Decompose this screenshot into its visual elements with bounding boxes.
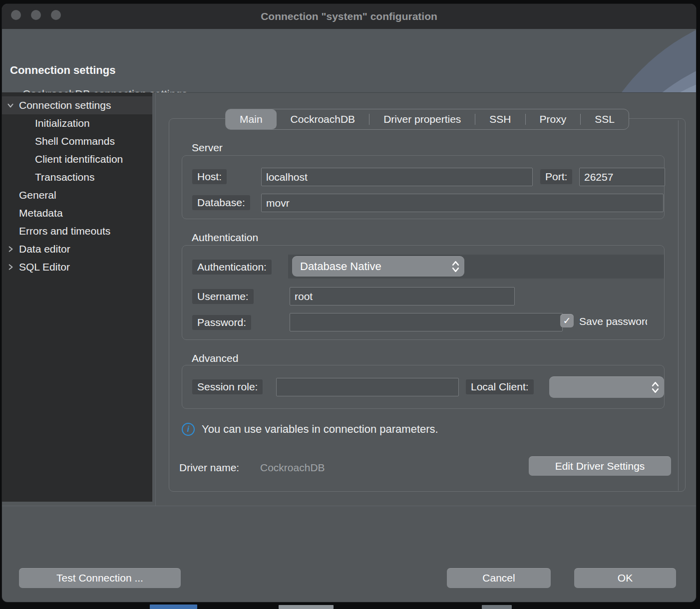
driver-name-label: Driver name: bbox=[179, 462, 239, 474]
sidebar-item-data-editor[interactable]: Data editor bbox=[2, 240, 152, 258]
host-input[interactable] bbox=[261, 168, 533, 186]
chevron-right-icon[interactable] bbox=[6, 263, 14, 271]
local-client-select[interactable] bbox=[549, 376, 664, 398]
close-button[interactable] bbox=[11, 10, 21, 20]
sidebar-item-label: Initialization bbox=[35, 117, 90, 129]
window-title: Connection "system" configuration bbox=[261, 10, 437, 22]
main-tab-panel: Server Host: Port: Database: Authenticat… bbox=[169, 118, 686, 492]
edit-driver-settings-button[interactable]: Edit Driver Settings bbox=[529, 456, 671, 476]
server-group-label: Server bbox=[192, 142, 223, 154]
save-password-checkbox[interactable]: ✓ bbox=[560, 314, 574, 327]
sidebar-item-metadata[interactable]: Metadata bbox=[2, 204, 152, 222]
background-window-sliver bbox=[150, 605, 197, 609]
sidebar-item-client-identification[interactable]: Client identification bbox=[2, 150, 152, 168]
titlebar: Connection "system" configuration bbox=[2, 4, 696, 29]
sidebar-item-label: Transactions bbox=[35, 171, 94, 183]
session-role-input[interactable] bbox=[276, 378, 459, 396]
sidebar-item-label: General bbox=[19, 189, 56, 201]
sidebar-item-general[interactable]: General bbox=[2, 186, 152, 204]
background-window-sliver bbox=[279, 605, 334, 609]
tab-cockroachdb[interactable]: CockroachDB bbox=[277, 109, 369, 129]
driver-name-value: CockroachDB bbox=[260, 462, 325, 474]
sidebar-item-label: Shell Commands bbox=[35, 135, 115, 147]
session-role-label: Session role: bbox=[192, 379, 263, 394]
sidebar-item-label: Metadata bbox=[19, 207, 63, 219]
test-connection-button[interactable]: Test Connection ... bbox=[19, 568, 181, 588]
authentication-select[interactable]: Database Native bbox=[292, 256, 464, 277]
save-password-label: Save password bbox=[579, 315, 647, 327]
info-row: i You can use variables in connection pa… bbox=[182, 423, 438, 436]
server-group: Host: Port: Database: bbox=[182, 155, 665, 219]
info-icon: i bbox=[182, 423, 195, 436]
authentication-label: Authentication: bbox=[192, 260, 272, 275]
sidebar-item-label: SQL Editor bbox=[19, 261, 70, 273]
chevron-down-icon[interactable] bbox=[6, 101, 14, 109]
sidebar-item-label: Data editor bbox=[19, 243, 70, 255]
tab-bar: MainCockroachDBDriver propertiesSSHProxy… bbox=[169, 109, 686, 130]
sidebar-item-initialization[interactable]: Initialization bbox=[2, 114, 152, 132]
scroll-edge bbox=[678, 120, 679, 491]
cancel-button[interactable]: Cancel bbox=[447, 568, 551, 588]
tab-ssh[interactable]: SSH bbox=[475, 109, 525, 129]
sidebar-divider bbox=[155, 92, 156, 506]
local-client-label: Local Client: bbox=[466, 379, 534, 394]
authentication-group: Authentication: Database Native Username… bbox=[182, 245, 665, 340]
password-input[interactable] bbox=[290, 313, 563, 331]
authentication-selected-value: Database Native bbox=[300, 260, 381, 273]
sidebar-item-label: Errors and timeouts bbox=[19, 225, 110, 237]
tab-ssl[interactable]: SSL bbox=[581, 109, 629, 129]
sidebar-item-connection-settings[interactable]: Connection settings bbox=[2, 96, 152, 114]
port-label: Port: bbox=[540, 169, 572, 184]
sidebar-item-transactions[interactable]: Transactions bbox=[2, 168, 152, 186]
tab-group: MainCockroachDBDriver propertiesSSHProxy… bbox=[225, 109, 629, 130]
tab-proxy[interactable]: Proxy bbox=[526, 109, 581, 129]
zoom-button[interactable] bbox=[51, 10, 61, 20]
authentication-group-label: Authentication bbox=[192, 232, 258, 244]
advanced-group-label: Advanced bbox=[192, 352, 238, 364]
minimize-button[interactable] bbox=[31, 10, 41, 20]
info-message: You can use variables in connection para… bbox=[202, 423, 438, 436]
dialog-header: Connection settings CockroachDB connecti… bbox=[2, 29, 696, 93]
sidebar-item-errors-and-timeouts[interactable]: Errors and timeouts bbox=[2, 222, 152, 240]
advanced-group: Session role: Local Client: bbox=[182, 365, 665, 409]
tab-main[interactable]: Main bbox=[226, 109, 277, 129]
dialog-footer: Test Connection ... Cancel OK bbox=[2, 506, 696, 602]
tab-driver-properties[interactable]: Driver properties bbox=[369, 109, 475, 129]
ok-button[interactable]: OK bbox=[574, 568, 676, 588]
chevron-up-down-icon bbox=[652, 381, 659, 394]
database-input[interactable] bbox=[261, 194, 664, 212]
connection-configuration-dialog: Connection "system" configuration Connec… bbox=[2, 4, 696, 602]
username-input[interactable] bbox=[290, 287, 515, 305]
sidebar-item-sql-editor[interactable]: SQL Editor bbox=[2, 258, 152, 276]
sidebar-item-label: Client identification bbox=[35, 153, 123, 165]
password-label: Password: bbox=[192, 315, 251, 330]
sidebar-tree: Connection settingsInitializationShell C… bbox=[2, 92, 152, 502]
sidebar-item-shell-commands[interactable]: Shell Commands bbox=[2, 132, 152, 150]
chevron-up-down-icon bbox=[452, 260, 459, 273]
sidebar-item-label: Connection settings bbox=[19, 99, 111, 111]
database-label: Database: bbox=[192, 195, 250, 210]
port-input[interactable] bbox=[579, 168, 665, 186]
background-window-sliver bbox=[482, 605, 512, 609]
username-label: Username: bbox=[192, 289, 254, 304]
check-icon: ✓ bbox=[563, 315, 571, 326]
chevron-right-icon[interactable] bbox=[6, 245, 14, 253]
host-label: Host: bbox=[192, 169, 227, 184]
page-title: Connection settings bbox=[10, 64, 115, 77]
